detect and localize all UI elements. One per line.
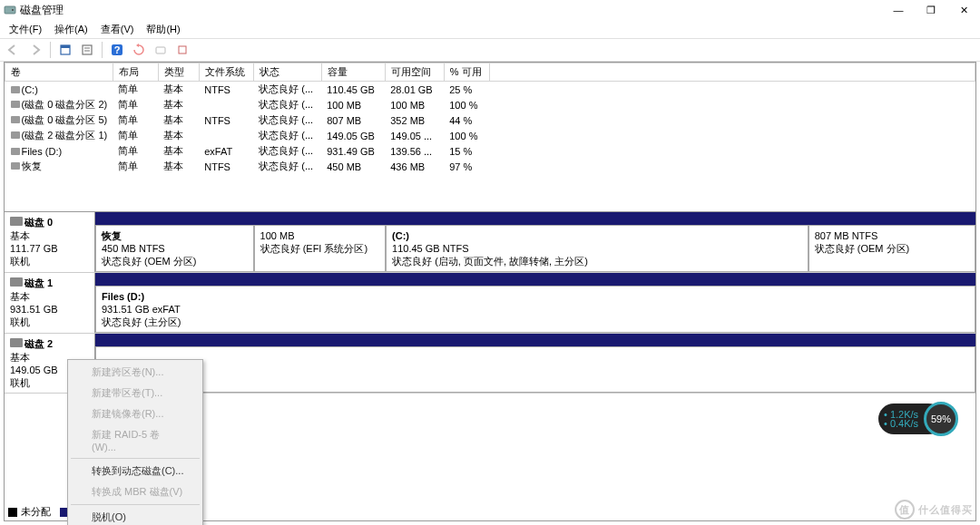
disk-partitions — [95, 334, 975, 393]
header-fs[interactable]: 文件系统 — [199, 63, 253, 82]
volume-icon — [11, 116, 20, 123]
context-menu: 新建跨区卷(N)... 新建带区卷(T)... 新建镜像卷(R)... 新建 R… — [67, 359, 203, 525]
header-status[interactable]: 状态 — [253, 63, 321, 82]
partition[interactable]: 恢复450 MB NTFS状态良好 (OEM 分区) — [95, 225, 254, 272]
volume-icon — [11, 131, 20, 139]
volume-icon — [11, 162, 20, 170]
volume-list: 卷 布局 类型 文件系统 状态 容量 可用空间 % 可用 (C:)简单基本NTF… — [5, 63, 975, 212]
volume-row[interactable]: Files (D:)简单基本exFAT状态良好 (...931.49 GB139… — [5, 143, 975, 159]
menu-convert-dynamic[interactable]: 转换到动态磁盘(C)... — [70, 461, 201, 481]
partition[interactable]: 807 MB NTFS状态良好 (OEM 分区) — [808, 225, 975, 272]
disk-partitions: Files (D:)931.51 GB exFAT状态良好 (主分区) — [95, 273, 975, 333]
volume-row[interactable]: (磁盘 0 磁盘分区 2)简单基本状态良好 (...100 MB100 MB10… — [5, 97, 975, 112]
svg-rect-10 — [179, 46, 186, 53]
refresh-button[interactable] — [129, 40, 149, 60]
partition[interactable]: (C:)110.45 GB NTFS状态良好 (启动, 页面文件, 故障转储, … — [386, 225, 808, 272]
svg-point-1 — [12, 9, 14, 11]
settings-button[interactable] — [172, 40, 192, 60]
toolbar-separator — [102, 42, 103, 58]
toolbar-separator — [50, 42, 51, 58]
network-widget[interactable]: • 1.2K/s • 0.4K/s 59% — [878, 403, 944, 434]
menu-action[interactable]: 操作(A) — [49, 21, 93, 38]
app-title: 磁盘管理 — [20, 3, 64, 18]
menu-new-spanned-volume: 新建跨区卷(N)... — [70, 362, 201, 383]
legend-unalloc-label: 未分配 — [21, 505, 51, 519]
header-volume[interactable]: 卷 — [5, 63, 113, 82]
window-controls: — ❐ ✕ — [882, 0, 980, 20]
volume-icon — [11, 148, 20, 155]
menu-offline[interactable]: 脱机(O) — [70, 507, 201, 525]
forward-button[interactable] — [25, 40, 45, 60]
header-free[interactable]: 可用空间 — [385, 63, 444, 82]
svg-rect-0 — [5, 6, 15, 14]
legend-unalloc-swatch — [8, 508, 17, 517]
maximize-button[interactable]: ❐ — [915, 0, 947, 20]
table-header-row: 卷 布局 类型 文件系统 状态 容量 可用空间 % 可用 — [5, 63, 975, 82]
menu-new-raid5-volume: 新建 RAID-5 卷(W)... — [70, 424, 201, 456]
svg-rect-4 — [83, 45, 92, 54]
volume-row[interactable]: (磁盘 0 磁盘分区 5)简单基本NTFS状态良好 (...807 MB352 … — [5, 112, 975, 128]
svg-text:?: ? — [114, 44, 121, 55]
volume-row[interactable]: (磁盘 2 磁盘分区 1)简单基本状态良好 (...149.05 GB149.0… — [5, 128, 975, 143]
header-type[interactable]: 类型 — [158, 63, 199, 82]
disk-header[interactable]: 磁盘 0基本111.77 GB联机 — [5, 212, 95, 272]
watermark-icon: 值 — [895, 500, 915, 520]
watermark: 值 什么值得买 — [895, 500, 973, 520]
close-button[interactable]: ✕ — [947, 0, 980, 20]
partition[interactable] — [95, 346, 975, 393]
header-spacer — [489, 63, 975, 82]
rescan-button[interactable] — [151, 40, 171, 60]
disk-row: 磁盘 1基本931.51 GB联机Files (D:)931.51 GB exF… — [5, 273, 975, 334]
volume-table[interactable]: 卷 布局 类型 文件系统 状态 容量 可用空间 % 可用 (C:)简单基本NTF… — [5, 63, 975, 174]
disk-row: 磁盘 0基本111.77 GB联机恢复450 MB NTFS状态良好 (OEM … — [5, 212, 975, 273]
titlebar: 磁盘管理 — [0, 0, 980, 20]
menu-view[interactable]: 查看(V) — [95, 21, 140, 38]
watermark-text: 什么值得买 — [918, 503, 973, 517]
minimize-button[interactable]: — — [882, 0, 915, 20]
net-pct: 59% — [924, 402, 958, 436]
context-separator — [71, 504, 200, 505]
svg-rect-9 — [156, 47, 165, 53]
disk-mgmt-icon — [4, 4, 16, 16]
volume-row[interactable]: 恢复简单基本NTFS状态良好 (...450 MB436 MB97 % — [5, 159, 975, 174]
help-button[interactable]: ? — [107, 40, 127, 60]
menu-convert-mbr: 转换成 MBR 磁盘(V) — [70, 481, 201, 502]
menubar: 文件(F) 操作(A) 查看(V) 帮助(H) — [0, 20, 980, 38]
header-layout[interactable]: 布局 — [113, 63, 158, 82]
menu-file[interactable]: 文件(F) — [4, 21, 47, 38]
show-hide-button[interactable] — [77, 40, 97, 60]
menu-help[interactable]: 帮助(H) — [141, 21, 185, 38]
svg-rect-3 — [61, 45, 70, 48]
disk-icon — [10, 217, 23, 226]
disk-partitions: 恢复450 MB NTFS状态良好 (OEM 分区)100 MB状态良好 (EF… — [95, 212, 975, 272]
menu-new-mirrored-volume: 新建镜像卷(R)... — [70, 403, 201, 424]
header-pct[interactable]: % 可用 — [444, 63, 489, 82]
volume-icon — [11, 101, 20, 108]
header-capacity[interactable]: 容量 — [321, 63, 385, 82]
context-separator — [71, 458, 200, 459]
disk-icon — [10, 277, 23, 287]
toolbar: ? — [0, 38, 980, 62]
menu-new-striped-volume: 新建带区卷(T)... — [70, 383, 201, 403]
partition[interactable]: Files (D:)931.51 GB exFAT状态良好 (主分区) — [95, 286, 975, 333]
volume-row[interactable]: (C:)简单基本NTFS状态良好 (...110.45 GB28.01 GB25… — [5, 82, 975, 98]
net-down: 0.4K/s — [890, 418, 918, 429]
disk-header[interactable]: 磁盘 1基本931.51 GB联机 — [5, 273, 95, 333]
properties-button[interactable] — [55, 40, 75, 60]
volume-icon — [11, 86, 20, 93]
disk-icon — [10, 338, 23, 347]
partition[interactable]: 100 MB状态良好 (EFI 系统分区) — [254, 225, 387, 272]
back-button[interactable] — [4, 40, 24, 60]
